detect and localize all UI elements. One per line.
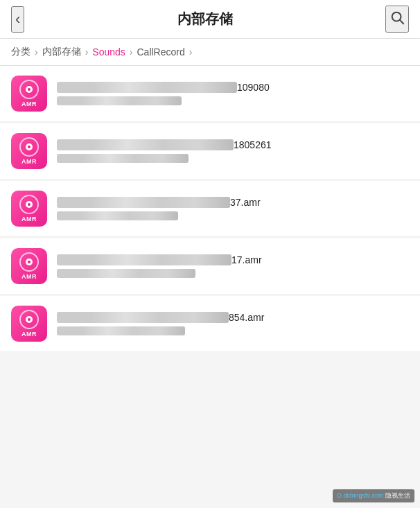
file-name-blurred	[57, 82, 237, 93]
list-item[interactable]: AMR 17.amr	[0, 238, 420, 295]
file-meta	[57, 326, 409, 336]
watermark-brand: D didongshi.com	[337, 492, 383, 499]
list-item[interactable]: AMR 109080	[0, 66, 420, 122]
breadcrumb-item-2[interactable]: Sounds	[92, 46, 125, 58]
file-name-suffix: 37.amr	[230, 197, 261, 208]
file-type-icon: AMR	[11, 76, 47, 112]
music-icon	[19, 310, 39, 329]
file-format-label: AMR	[21, 216, 37, 222]
breadcrumb-sep-3: ›	[189, 46, 193, 58]
file-list: AMR 109080 AMR	[0, 66, 420, 505]
file-name-blurred	[57, 139, 234, 150]
file-name: 854.amr	[57, 312, 409, 323]
file-meta-blurred	[57, 96, 182, 105]
file-meta-blurred	[57, 326, 185, 335]
file-info: 109080	[57, 82, 409, 106]
file-name-suffix: 17.amr	[231, 254, 262, 265]
breadcrumb-sep-1: ›	[85, 46, 89, 58]
list-item[interactable]: AMR 37.amr	[0, 181, 420, 237]
breadcrumb-item-0[interactable]: 分类	[11, 46, 30, 58]
music-icon	[19, 252, 39, 272]
file-type-icon: AMR	[11, 191, 47, 227]
file-name-suffix: 109080	[237, 82, 270, 93]
breadcrumb-item-3[interactable]: CallRecord	[137, 46, 185, 58]
file-name: 17.amr	[57, 254, 409, 265]
page-title: 内部存储	[177, 10, 233, 28]
music-icon	[19, 195, 39, 214]
file-name-suffix: 854.amr	[229, 312, 264, 323]
file-name-blurred	[57, 254, 231, 265]
music-icon	[19, 137, 39, 157]
search-button[interactable]	[385, 6, 409, 33]
file-meta	[57, 211, 409, 221]
watermark-text: 隐视生活	[385, 492, 410, 499]
file-format-label: AMR	[21, 331, 37, 338]
file-meta	[57, 269, 409, 279]
file-info: 854.amr	[57, 312, 409, 336]
file-format-label: AMR	[21, 158, 37, 165]
back-button[interactable]: ‹	[11, 6, 24, 33]
file-name: 109080	[57, 82, 409, 93]
file-name-blurred	[57, 197, 230, 208]
file-format-label: AMR	[21, 273, 37, 280]
file-format-label: AMR	[21, 100, 37, 107]
file-name-suffix: 1805261	[234, 139, 272, 150]
file-type-icon: AMR	[11, 306, 47, 342]
list-item[interactable]: AMR 1805261	[0, 123, 420, 179]
file-info: 1805261	[57, 139, 409, 164]
header: ‹ 内部存储	[0, 0, 420, 39]
watermark: D didongshi.com 隐视生活	[333, 489, 414, 502]
file-name-blurred	[57, 312, 229, 323]
file-meta-blurred	[57, 211, 178, 220]
breadcrumb-sep-0: ›	[35, 46, 38, 58]
file-meta	[57, 154, 409, 164]
breadcrumb-sep-2: ›	[130, 46, 133, 58]
breadcrumb: 分类 › 内部存储 › Sounds › CallRecord ›	[0, 39, 420, 66]
file-type-icon: AMR	[11, 133, 47, 169]
file-info: 37.amr	[57, 197, 409, 221]
file-meta	[57, 96, 409, 106]
file-name: 1805261	[57, 139, 409, 150]
file-meta-blurred	[57, 154, 189, 163]
file-info: 17.amr	[57, 254, 409, 279]
breadcrumb-item-1[interactable]: 内部存储	[42, 46, 81, 58]
list-item[interactable]: AMR 854.amr	[0, 296, 420, 352]
file-meta-blurred	[57, 269, 195, 278]
file-type-icon: AMR	[11, 248, 47, 284]
file-name: 37.amr	[57, 197, 409, 208]
svg-line-1	[400, 20, 403, 24]
music-icon	[19, 80, 39, 99]
